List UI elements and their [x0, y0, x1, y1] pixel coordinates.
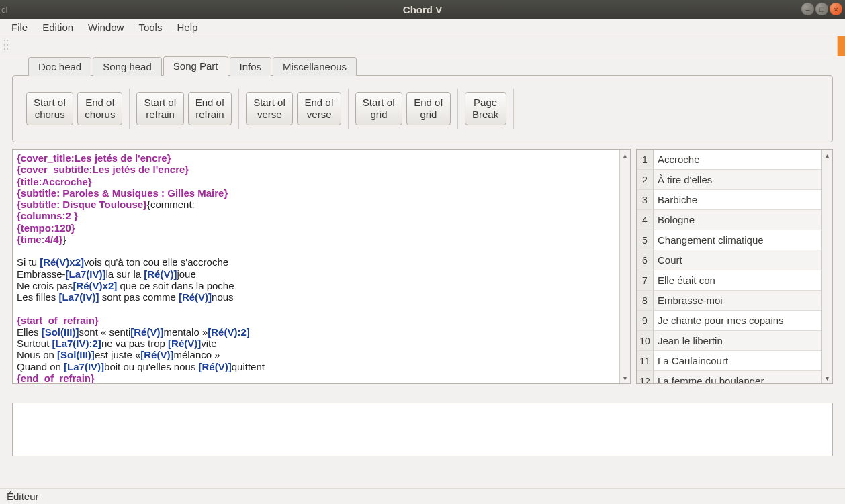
scroll-down-icon[interactable]: ▾: [620, 372, 630, 383]
editor-line: {title:Accroche}: [17, 176, 615, 187]
editor-line: Les filles [La7(IV)] sont pas comme [Ré(…: [17, 291, 615, 303]
statusbar: Éditeur: [0, 488, 845, 504]
toolbar-grip[interactable]: [4, 40, 8, 52]
song-list-item[interactable]: 9Je chante pour mes copains: [637, 311, 821, 331]
editor-line: Elles [Sol(III)]sont « senti[Ré(V)]menta…: [17, 326, 615, 338]
song-list-item-name: Barbiche: [654, 194, 697, 205]
tab-doc-head[interactable]: Doc head: [28, 57, 91, 76]
tab-infos[interactable]: Infos: [230, 57, 272, 76]
song-list-item-name: La femme du boulanger: [654, 375, 764, 383]
song-list-item[interactable]: 6Court: [637, 250, 821, 270]
tab-song-part[interactable]: Song Part: [163, 56, 228, 76]
window-maximize-button[interactable]: □: [815, 3, 828, 15]
toolbar-strip: [0, 36, 845, 56]
editor-line: {columns:2 }: [17, 210, 615, 221]
start-of-chorus-button[interactable]: Start ofchorus: [26, 92, 73, 125]
toolbar-right-accent: [837, 36, 845, 56]
tabstrip: Doc headSong headSong PartInfosMiscellan…: [12, 56, 833, 75]
start-of-verse-button[interactable]: Start ofverse: [246, 92, 293, 125]
song-list-item[interactable]: 2À tire d'elles: [637, 170, 821, 190]
song-list-item[interactable]: 12La femme du boulanger: [637, 371, 821, 383]
scroll-up-icon[interactable]: ▴: [822, 150, 832, 160]
song-list[interactable]: 1Accroche2À tire d'elles3Barbiche4Bologn…: [637, 150, 821, 383]
start-of-refrain-button[interactable]: Start ofrefrain: [136, 92, 183, 125]
toolbar-button-group: Start ofgridEnd ofgrid: [349, 92, 457, 125]
song-list-item[interactable]: 1Accroche: [637, 150, 821, 170]
titlebar-left-hint: cl: [1, 5, 7, 15]
song-list-item[interactable]: 7Elle était con: [637, 270, 821, 291]
window-titlebar: cl Chord V – □ ×: [0, 0, 845, 19]
editor-line: {tempo:120}: [17, 222, 615, 234]
song-list-item-name: Court: [654, 254, 682, 266]
song-list-item-number: 11: [637, 351, 654, 370]
song-list-item-name: Accroche: [654, 154, 700, 165]
end-of-chorus-button[interactable]: End ofchorus: [77, 92, 122, 125]
song-list-item-name: Je chante pour mes copains: [654, 315, 784, 326]
window-title: Chord V: [0, 4, 845, 15]
window-close-button[interactable]: ×: [830, 3, 842, 15]
end-of-grid-button[interactable]: End ofgrid: [406, 92, 450, 125]
statusbar-text: Éditeur: [7, 491, 39, 502]
menubar: File Edition Window Tools Help: [0, 19, 845, 36]
start-of-grid-button[interactable]: Start ofgrid: [355, 92, 402, 125]
song-list-item[interactable]: 5Changement climatique: [637, 230, 821, 250]
scroll-up-icon[interactable]: ▴: [620, 150, 630, 160]
bottom-panel[interactable]: [12, 403, 833, 456]
end-of-verse-button[interactable]: End ofverse: [297, 92, 341, 125]
editor-line: Surtout [La7(IV):2]ne va pas trop [Ré(V)…: [17, 338, 615, 349]
editor-line: [17, 303, 615, 314]
song-list-item[interactable]: 4Bologne: [637, 210, 821, 230]
scroll-down-icon[interactable]: ▾: [822, 372, 832, 383]
song-list-item[interactable]: 10 Jean le libertin: [637, 331, 821, 351]
window-controls: – □ ×: [801, 3, 842, 15]
button-toolbar-panel: Start ofchorusEnd ofchorusStart ofrefrai…: [12, 75, 833, 142]
song-list-item-name: Changement climatique: [654, 234, 764, 246]
menu-window[interactable]: Window: [82, 20, 130, 34]
editor-line: Nous on [Sol(III)]est juste «[Ré(V)]méla…: [17, 349, 615, 360]
toolbar-button-group: Start ofrefrainEnd ofrefrain: [130, 92, 238, 125]
song-list-item-number: 4: [637, 210, 654, 230]
song-list-item-number: 6: [637, 250, 654, 270]
song-list-item[interactable]: 11La Caulaincourt: [637, 351, 821, 371]
toolbar-button-group: PageBreak: [458, 92, 513, 125]
tab-miscellaneous[interactable]: Miscellaneous: [273, 57, 357, 76]
song-list-container: 1Accroche2À tire d'elles3Barbiche4Bologn…: [636, 149, 833, 384]
editor-line: Si tu [Ré(V)x2]vois qu'à ton cou elle s'…: [17, 256, 615, 268]
song-editor[interactable]: {cover_title:Les jetés de l'encre}{cover…: [13, 150, 619, 383]
songlist-scrollbar[interactable]: ▴ ▾: [821, 150, 832, 383]
editor-line: {subtitle: Paroles & Musiques : Gilles M…: [17, 187, 615, 199]
song-list-item-name: Elle était con: [654, 274, 715, 286]
song-list-item[interactable]: 3Barbiche: [637, 190, 821, 210]
song-list-item[interactable]: 8Embrasse-moi: [637, 291, 821, 311]
tab-song-head[interactable]: Song head: [93, 57, 162, 76]
editor-line: [17, 245, 615, 256]
main-area: Doc headSong headSong PartInfosMiscellan…: [12, 56, 833, 484]
content-row: {cover_title:Les jetés de l'encre}{cover…: [12, 149, 833, 384]
menu-help[interactable]: Help: [171, 20, 204, 34]
editor-line: {subtitle: Disque Toulouse}{comment:: [17, 199, 615, 210]
editor-scrollbar[interactable]: ▴ ▾: [619, 150, 630, 383]
end-of-refrain-button[interactable]: End ofrefrain: [188, 92, 232, 125]
menu-tools[interactable]: Tools: [132, 20, 168, 34]
editor-line: {start_of_refrain}: [17, 315, 615, 326]
editor-line: {cover_title:Les jetés de l'encre}: [17, 152, 615, 164]
menu-file[interactable]: File: [5, 20, 34, 34]
editor-line: Ne crois pas[Ré(V)x2] que ce soit dans l…: [17, 280, 615, 291]
song-list-item-number: 12: [637, 371, 654, 383]
editor-line: Quand on [La7(IV)]boit ou qu'elles nous …: [17, 361, 615, 372]
toolbar-button-group: Start ofverseEnd ofverse: [239, 92, 348, 125]
page-break-button[interactable]: PageBreak: [465, 92, 506, 125]
editor-line: {cover_subtitle:Les jetés de l'encre}: [17, 164, 615, 175]
window-minimize-button[interactable]: –: [801, 3, 814, 15]
song-list-item-number: 10: [637, 331, 654, 350]
editor-container: {cover_title:Les jetés de l'encre}{cover…: [12, 149, 631, 384]
song-list-item-number: 7: [637, 270, 654, 290]
song-list-item-name: À tire d'elles: [654, 174, 712, 185]
song-list-item-number: 8: [637, 291, 654, 310]
menu-edition[interactable]: Edition: [36, 20, 79, 34]
song-list-item-number: 9: [637, 311, 654, 330]
song-list-item-name: Bologne: [654, 214, 695, 225]
song-list-item-name: Embrasse-moi: [654, 295, 723, 306]
song-list-item-number: 5: [637, 230, 654, 250]
toolbar-button-group: Start ofchorusEnd ofchorus: [19, 92, 129, 125]
